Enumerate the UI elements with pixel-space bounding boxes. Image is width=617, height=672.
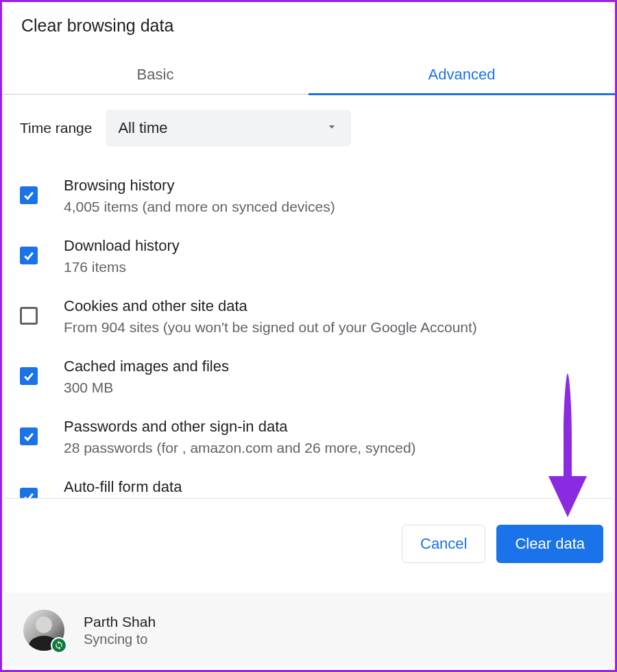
- checkbox[interactable]: [20, 307, 38, 325]
- chevron-down-icon: [325, 120, 339, 136]
- time-range-label: Time range: [20, 120, 92, 136]
- cancel-button[interactable]: Cancel: [402, 525, 485, 563]
- check-subtitle: 300 MB: [64, 379, 229, 396]
- check-title: Passwords and other sign-in data: [64, 418, 416, 436]
- checklist: Browsing history4,005 items (and more on…: [20, 177, 597, 506]
- check-subtitle: 176 items: [64, 259, 180, 275]
- time-range-row: Time range All time: [20, 110, 597, 147]
- check-item: Cookies and other site dataFrom 904 site…: [20, 297, 597, 336]
- check-title: Cookies and other site data: [64, 297, 477, 315]
- profile-text: Parth Shah Syncing to: [84, 614, 156, 647]
- clear-data-button[interactable]: Clear data: [496, 525, 603, 563]
- tabs: Basic Advanced: [2, 55, 615, 95]
- check-text: Browsing history4,005 items (and more on…: [64, 177, 335, 215]
- check-text: Cookies and other site dataFrom 904 site…: [64, 297, 477, 336]
- dialog-title: Clear browsing data: [2, 2, 615, 55]
- check-title: Cached images and files: [64, 358, 229, 375]
- check-item: Passwords and other sign-in data28 passw…: [20, 418, 597, 456]
- check-text: Auto-fill form data: [64, 478, 182, 496]
- check-text: Download history176 items: [64, 237, 180, 275]
- check-item: Browsing history4,005 items (and more on…: [20, 177, 597, 215]
- check-subtitle: 28 passwords (for , amazon.com and 26 mo…: [64, 440, 416, 456]
- avatar-wrap: [23, 610, 64, 651]
- check-text: Cached images and files300 MB: [64, 358, 229, 396]
- check-title: Download history: [64, 237, 180, 255]
- profile-bar: Parth Shah Syncing to: [4, 593, 613, 668]
- checkbox[interactable]: [20, 367, 38, 385]
- dialog-content: Time range All time Browsing history4,00…: [2, 95, 615, 506]
- checkbox[interactable]: [20, 186, 38, 204]
- check-text: Passwords and other sign-in data28 passw…: [64, 418, 416, 456]
- tab-basic[interactable]: Basic: [2, 55, 308, 94]
- time-range-dropdown[interactable]: All time: [106, 110, 351, 147]
- check-subtitle: 4,005 items (and more on synced devices): [64, 199, 335, 215]
- time-range-value: All time: [118, 119, 167, 137]
- check-title: Auto-fill form data: [64, 478, 182, 496]
- check-item: Download history176 items: [20, 237, 597, 275]
- checkbox[interactable]: [20, 247, 38, 264]
- clear-browsing-data-dialog: Clear browsing data Basic Advanced Time …: [0, 0, 617, 672]
- profile-name: Parth Shah: [84, 614, 156, 630]
- checkbox[interactable]: [20, 427, 38, 445]
- tab-advanced[interactable]: Advanced: [308, 55, 615, 95]
- profile-sync-status: Syncing to: [84, 632, 156, 647]
- check-item: Cached images and files300 MB: [20, 358, 597, 396]
- sync-icon: [51, 637, 67, 654]
- check-title: Browsing history: [64, 177, 335, 195]
- check-subtitle: From 904 sites (you won't be signed out …: [64, 319, 477, 336]
- action-bar: Cancel Clear data: [4, 498, 613, 589]
